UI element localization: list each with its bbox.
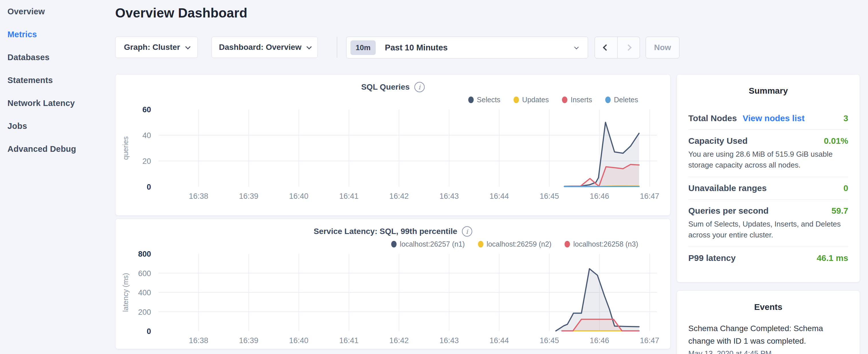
chevron-right-icon — [625, 44, 632, 51]
time-range-badge: 10m — [350, 40, 376, 55]
svg-text:16:38: 16:38 — [189, 336, 208, 345]
chevron-down-icon — [306, 44, 311, 49]
legend-label: Updates — [522, 96, 549, 104]
svg-text:16:45: 16:45 — [539, 192, 559, 200]
event-message[interactable]: Schema Change Completed: Schema change w… — [688, 322, 848, 347]
page-title: Overview Dashboard — [115, 5, 247, 21]
series-dot-icon — [562, 97, 567, 103]
summary-row-label: Unavailable ranges — [688, 183, 767, 193]
now-button[interactable]: Now — [646, 37, 679, 58]
legend-entry: localhost:26259 (n2) — [478, 240, 552, 248]
legend-label: Deletes — [614, 96, 638, 104]
sidebar-item-databases[interactable]: Databases — [0, 46, 115, 69]
legend-entry: localhost:26258 (n3) — [564, 240, 638, 248]
sidebar-item-statements[interactable]: Statements — [0, 69, 115, 92]
svg-text:16:41: 16:41 — [339, 336, 359, 345]
series-dot-icon — [478, 241, 484, 248]
info-icon[interactable]: i — [414, 82, 425, 92]
summary-row-p99-latency: P99 latency 46.1 ms — [688, 247, 848, 269]
svg-text:16:39: 16:39 — [239, 336, 258, 345]
sidebar-item-network-latency[interactable]: Network Latency — [0, 92, 115, 115]
view-nodes-list-link[interactable]: View nodes list — [743, 114, 804, 123]
svg-text:16:44: 16:44 — [490, 336, 509, 345]
svg-text:16:42: 16:42 — [390, 192, 409, 200]
sql-queries-chart-card: SQL Queries i Selects Updates Inserts De… — [115, 74, 671, 216]
dashboard-dropdown-label: Dashboard: Overview — [219, 43, 302, 52]
legend-entry: Selects — [468, 96, 500, 104]
summary-row-value: 0 — [843, 183, 848, 193]
dashboard-dropdown[interactable]: Dashboard: Overview — [212, 37, 318, 58]
svg-text:60: 60 — [143, 106, 151, 114]
sidebar-item-advanced-debug[interactable]: Advanced Debug — [0, 137, 115, 160]
sidebar-item-metrics[interactable]: Metrics — [0, 23, 115, 46]
summary-row-unavailable-ranges: Unavailable ranges 0 — [688, 177, 848, 200]
svg-text:600: 600 — [138, 269, 151, 278]
svg-text:400: 400 — [138, 288, 151, 297]
summary-row-description: You are using 28.6 MiB of 515.9 GiB usab… — [688, 149, 848, 170]
time-range-selector[interactable]: 10m Past 10 Minutes — [346, 37, 588, 58]
time-step-forward-button[interactable] — [618, 37, 640, 58]
sidebar-item-jobs[interactable]: Jobs — [0, 115, 115, 137]
graph-scope-dropdown[interactable]: Graph: Cluster — [115, 37, 198, 58]
svg-text:16:40: 16:40 — [289, 192, 309, 200]
series-dot-icon — [564, 241, 570, 248]
summary-panel: Summary Total Nodes View nodes list 3 Ca… — [677, 74, 860, 282]
time-step-back-button[interactable] — [595, 37, 618, 58]
legend-label: Inserts — [570, 96, 592, 104]
legend-entry: Deletes — [605, 96, 638, 104]
chevron-down-icon — [574, 45, 579, 49]
svg-text:16:38: 16:38 — [189, 192, 208, 200]
chart-legend: localhost:26257 (n1) localhost:26259 (n2… — [116, 239, 670, 249]
svg-text:16:40: 16:40 — [289, 336, 309, 345]
time-range-label: Past 10 Minutes — [385, 43, 447, 53]
events-title: Events — [688, 302, 848, 312]
overview-dashboard-page: Overview Metrics Databases Statements Ne… — [0, 0, 868, 354]
series-dot-icon — [605, 97, 611, 103]
svg-text:16:47: 16:47 — [640, 336, 659, 345]
svg-text:16:43: 16:43 — [440, 336, 459, 345]
series-dot-icon — [514, 97, 519, 103]
svg-text:200: 200 — [138, 308, 151, 317]
svg-text:16:44: 16:44 — [490, 192, 509, 200]
svg-text:16:46: 16:46 — [590, 336, 609, 345]
sidebar-item-overview[interactable]: Overview — [0, 0, 115, 23]
svg-text:16:46: 16:46 — [590, 192, 609, 200]
summary-row-queries-per-second: Queries per second 59.7 Sum of Selects, … — [688, 200, 848, 247]
summary-title: Summary — [688, 86, 848, 96]
chart-title: SQL Queries — [361, 83, 409, 92]
svg-text:16:42: 16:42 — [390, 336, 409, 345]
summary-row-label: Capacity Used — [688, 136, 748, 146]
info-icon[interactable]: i — [462, 226, 472, 236]
svg-text:800: 800 — [138, 250, 151, 258]
summary-row-value: 46.1 ms — [817, 253, 848, 263]
svg-text:queries: queries — [122, 136, 129, 160]
svg-text:40: 40 — [143, 131, 151, 140]
summary-row-label: Total Nodes — [688, 114, 737, 123]
svg-text:0: 0 — [147, 183, 151, 191]
summary-row-capacity-used: Capacity Used 0.01% You are using 28.6 M… — [688, 130, 848, 177]
legend-label: localhost:26259 (n2) — [487, 240, 552, 248]
summary-row-label: P99 latency — [688, 253, 736, 263]
summary-row-value: 59.7 — [832, 206, 848, 216]
svg-text:16:43: 16:43 — [440, 192, 459, 200]
svg-text:16:47: 16:47 — [640, 192, 659, 200]
series-dot-icon — [468, 97, 474, 103]
svg-text:0: 0 — [147, 327, 151, 336]
sidebar: Overview Metrics Databases Statements Ne… — [0, 0, 115, 354]
chevron-left-icon — [602, 44, 609, 51]
summary-row-label: Queries per second — [688, 206, 769, 216]
legend-entry: Inserts — [562, 96, 592, 104]
chart-legend: Selects Updates Inserts Deletes — [116, 95, 670, 104]
legend-label: localhost:26258 (n3) — [573, 240, 638, 248]
summary-row-total-nodes: Total Nodes View nodes list 3 — [688, 107, 848, 130]
legend-entry: Updates — [514, 96, 549, 104]
summary-row-value: 3 — [843, 114, 848, 123]
legend-entry: localhost:26257 (n1) — [391, 240, 465, 248]
svg-text:16:45: 16:45 — [539, 336, 559, 345]
chevron-down-icon — [185, 44, 190, 49]
chart-title: Service Latency: SQL, 99th percentile — [313, 227, 457, 236]
summary-row-value: 0.01% — [824, 136, 848, 146]
svg-text:16:39: 16:39 — [239, 192, 258, 200]
series-dot-icon — [391, 241, 397, 248]
time-step-buttons — [595, 37, 640, 58]
